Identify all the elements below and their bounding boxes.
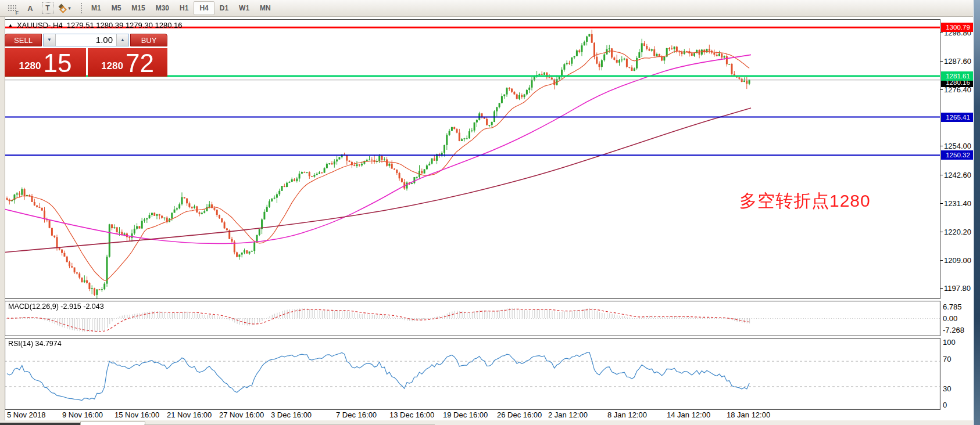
macd-axis-label: -7.268 <box>943 326 964 334</box>
price-axis-tick: 1209.00 <box>944 256 975 265</box>
top-toolbar: F A T ▾ M1M5M15M30H1H4D1W1MN <box>0 0 974 17</box>
price-axis-tick: 1197.80 <box>944 284 975 293</box>
window-left-edge <box>0 16 5 425</box>
text-label-tool-icon[interactable]: A <box>23 2 37 15</box>
buy-price-main: 1280 <box>101 60 123 77</box>
rsi-indicator-panel[interactable] <box>5 338 940 410</box>
rsi-axis-label: 100 <box>943 338 956 347</box>
time-axis-label: 21 Nov 16:00 <box>167 410 212 419</box>
rsi-axis-label: 0 <box>943 401 947 409</box>
price-line-badge: 1281.61 <box>941 71 975 81</box>
time-axis-label: 15 Nov 16:00 <box>115 410 159 419</box>
timeframe-m15[interactable]: M15 <box>126 1 150 15</box>
sell-price-main: 1280 <box>19 60 41 77</box>
macd-label: MACD(12,26,9) -2.915 -2.043 <box>8 302 104 311</box>
price-axis-tick: 1287.60 <box>944 57 975 66</box>
ohlc-values: 1279.51 1280.39 1279.30 1280.16 <box>67 21 183 30</box>
time-axis-label: 3 Dec 16:00 <box>271 410 312 419</box>
taskbar-fragment <box>0 423 80 425</box>
time-axis-label: 19 Dec 16:00 <box>443 410 488 419</box>
sell-price-display[interactable]: 1280 15 <box>5 48 86 77</box>
terminal-window: F A T ▾ M1M5M15M30H1H4D1W1MN ▲ XAUUSD-,H… <box>0 0 980 425</box>
volume-input[interactable]: 1.00 <box>56 34 116 46</box>
chart-annotation-text: 多空转折点1280 <box>739 189 871 213</box>
price-axis-tick: 1276.40 <box>944 85 975 94</box>
macd-indicator-panel[interactable] <box>5 301 940 336</box>
timeframe-m1[interactable]: M1 <box>86 1 106 15</box>
text-tool-icon[interactable]: T <box>42 2 53 14</box>
timeframe-d1[interactable]: D1 <box>214 1 234 15</box>
sell-button[interactable]: SELL <box>5 34 42 46</box>
chevron-down-icon: ▾ <box>68 5 71 11</box>
objects-tool-icon[interactable]: ▾ <box>58 2 72 15</box>
price-line-badge: 1265.41 <box>941 113 975 122</box>
price-axis-tick: 1242.60 <box>944 171 975 179</box>
time-axis-label: 27 Nov 16:00 <box>219 410 264 419</box>
time-axis-label: 8 Jan 12:00 <box>607 410 647 419</box>
grid-dots-icon <box>8 5 16 12</box>
price-axis-tick: 1220.20 <box>944 228 975 236</box>
toolbar-separator <box>80 2 83 14</box>
timeframe-mn[interactable]: MN <box>255 1 276 15</box>
time-axis-label: 5 Nov 2018 <box>7 410 46 419</box>
timeframe-m30[interactable]: M30 <box>151 1 174 15</box>
chart-header: ▲ XAUUSD-,H4 1279.51 1280.39 1279.30 128… <box>8 21 182 30</box>
time-axis-label: 9 Nov 16:00 <box>62 410 103 419</box>
time-axis-label: 26 Dec 16:00 <box>497 410 542 419</box>
indicator-f-label: F <box>16 10 19 16</box>
price-line-badge: 1250.32 <box>941 150 975 160</box>
timeframe-m5[interactable]: M5 <box>106 1 127 15</box>
timeframe-group: M1M5M15M30H1H4D1W1MN <box>86 1 276 15</box>
price-line-badge: 1300.79 <box>941 23 975 32</box>
buy-button[interactable]: BUY <box>130 34 167 46</box>
rsi-axis-label: 70 <box>943 355 951 363</box>
time-axis-label: 13 Dec 16:00 <box>389 410 434 419</box>
buy-price-display[interactable]: 1280 72 <box>88 48 167 77</box>
taskbar-fragment <box>80 422 145 425</box>
taskbar-fragment <box>144 424 435 424</box>
time-axis-label: 18 Jan 12:00 <box>727 410 770 419</box>
volume-decrease-button[interactable]: ▼ <box>44 34 56 46</box>
symbol-marker-icon: ▲ <box>8 23 13 28</box>
rsi-label: RSI(14) 34.7974 <box>8 340 62 348</box>
macd-axis-label: 6.785 <box>943 302 962 311</box>
price-axis-tick: 1231.40 <box>944 199 975 208</box>
time-axis-label: 14 Jan 12:00 <box>667 410 710 419</box>
macd-axis-label: 0.00 <box>943 314 957 323</box>
timeframe-h1[interactable]: H1 <box>174 1 194 15</box>
symbol-timeframe-label: XAUUSD-,H4 <box>17 21 63 30</box>
volume-spinner: ▼ 1.00 ▲ <box>43 34 129 46</box>
time-axis-label: 7 Dec 16:00 <box>336 410 377 419</box>
indicator-list-icon[interactable]: F <box>5 2 19 15</box>
time-axis-label: 2 Jan 12:00 <box>548 410 588 419</box>
timeframe-w1[interactable]: W1 <box>234 1 255 15</box>
rsi-axis-label: 30 <box>943 384 951 393</box>
window-right-frame <box>974 0 980 425</box>
price-axis-tick: 1254.00 <box>944 142 975 150</box>
sell-price-pips: 15 <box>43 50 71 77</box>
buy-price-pips: 72 <box>126 50 154 77</box>
timeframe-h4[interactable]: H4 <box>194 1 214 15</box>
one-click-trading-panel: SELL ▼ 1.00 ▲ BUY 1280 15 1280 72 <box>5 34 167 77</box>
volume-increase-button[interactable]: ▲ <box>116 34 128 46</box>
